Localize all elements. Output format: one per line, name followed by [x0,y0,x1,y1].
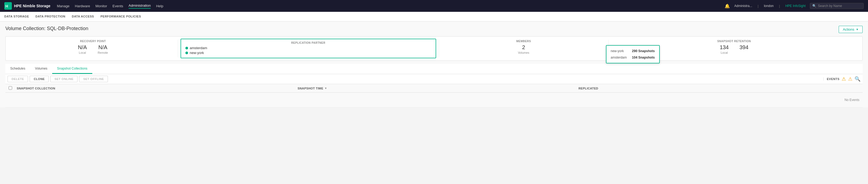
snapshot-local-value: 134 [720,44,728,50]
table-col-checkbox [9,86,17,90]
logo-text: HPE Nimble Storage [14,4,50,8]
separator-1: | [758,4,758,8]
subnav-data-access[interactable]: DATA ACCESS [72,12,94,21]
nav-help[interactable]: Help [156,4,163,8]
subnav-performance-policies[interactable]: PERFORMANCE POLICIES [100,12,141,21]
snapshot-local-label: Local [720,51,728,54]
page-title: Volume Collection: SQL-DB-Protection [5,26,88,31]
table-col-name: SNAPSHOT COLLECTION [17,87,298,90]
admin-user-text: Administra... [734,4,752,8]
hpe-logo-icon: H [4,2,12,10]
sub-navigation: DATA STORAGE DATA PROTECTION DATA ACCESS… [0,12,868,22]
search-box[interactable]: 🔍 [810,3,864,9]
table-col-replicated: REPLICATED [579,87,859,90]
toolbar-area: DELETE CLONE SET ONLINE SET OFFLINE EVEN… [5,74,863,84]
snapshot-popup-newyork: new-york 290 Snapshots [607,48,659,54]
stat-replication-partner: REPLICATION PARTNER amsterdam new-york [181,39,436,58]
amsterdam-text: amsterdam [190,46,207,50]
tab-schedules[interactable]: Schedules [5,64,30,74]
members-value: 2 [442,44,606,50]
subnav-data-storage[interactable]: DATA STORAGE [4,12,29,21]
tab-snapshot-collections[interactable]: Snapshot Collections [52,64,92,74]
snapshot-total-value: 394 [739,44,748,50]
location-text: london [764,4,774,8]
popup-newyork-label: new-york [611,49,624,53]
snapshot-popup-amsterdam: amsterdam 104 Snapshots [607,54,659,61]
search-input[interactable] [818,4,861,8]
events-area: EVENTS ⚠ ⚠ 🔍 [823,76,863,82]
replication-partner-label: REPLICATION PARTNER [185,41,431,44]
replication-newyork: new-york [185,51,431,55]
table-header: SNAPSHOT COLLECTION SNAPSHOT TIME ▼ REPL… [5,84,863,93]
divider-2 [439,40,439,57]
nav-administration[interactable]: Administration [129,3,151,9]
tab-volumes[interactable]: Volumes [30,64,52,74]
main-content: Volume Collection: SQL-DB-Protection Act… [0,22,868,107]
recovery-point-local-value: N/A [78,44,87,50]
members-sublabel: Volumes [442,51,606,54]
infosight-link[interactable]: HPE InfoSight [785,4,806,8]
set-offline-button[interactable]: SET OFFLINE [79,76,108,82]
recovery-point-remote-label: Remote [98,51,108,54]
stat-snapshot-retention: SNAPSHOT RETENTION 134 Local 394 new-yor… [611,40,857,54]
popup-amsterdam-count: 104 Snapshots [632,56,655,59]
toolbar-buttons: DELETE CLONE SET ONLINE SET OFFLINE [5,74,110,84]
page-header: Volume Collection: SQL-DB-Protection Act… [5,26,863,33]
members-label: MEMBERS [442,40,606,43]
nav-events[interactable]: Events [113,4,123,8]
top-navigation: H HPE Nimble Storage Manage Hardware Mon… [0,0,868,12]
newyork-text: new-york [190,51,204,55]
set-online-button[interactable]: SET ONLINE [50,76,78,82]
nav-links: Manage Hardware Monitor Events Administr… [57,3,724,9]
sort-arrow-icon: ▼ [324,87,327,90]
separator-2: | [779,4,780,8]
table-col-time[interactable]: SNAPSHOT TIME ▼ [298,87,579,90]
warning-icon[interactable]: ⚠ [842,76,846,82]
nav-manage[interactable]: Manage [57,4,69,8]
events-label: EVENTS [823,77,839,81]
snapshot-retention-popup: new-york 290 Snapshots amsterdam 104 Sna… [606,45,660,63]
actions-chevron-icon: ▼ [856,28,859,31]
nav-hardware[interactable]: Hardware [75,4,90,8]
stats-row: RECOVERY POINT N/A Local N/A Remote REPL… [5,36,863,61]
search-icon: 🔍 [812,4,816,8]
no-events-text: No Events [845,98,859,102]
green-dot-amsterdam [185,47,188,49]
actions-label: Actions [843,27,854,31]
snapshot-retention-label: SNAPSHOT RETENTION [611,40,857,43]
no-events-row: No Events [5,93,863,107]
popup-newyork-count: 290 Snapshots [632,49,655,53]
alert-icon[interactable]: ⚠ [848,76,852,82]
events-search-icon[interactable]: 🔍 [855,76,861,82]
green-dot-newyork [185,51,188,54]
nav-monitor[interactable]: Monitor [95,4,107,8]
stat-recovery-point: RECOVERY POINT N/A Local N/A Remote [11,40,175,54]
logo-area[interactable]: H HPE Nimble Storage [4,2,50,10]
actions-button[interactable]: Actions ▼ [839,26,863,33]
recovery-point-label: RECOVERY POINT [11,40,175,43]
recovery-point-remote-value: N/A [98,44,108,50]
recovery-point-local-label: Local [78,51,87,54]
subnav-data-protection[interactable]: DATA PROTECTION [35,12,65,21]
select-all-checkbox[interactable] [9,86,12,90]
divider-1 [178,40,178,57]
notification-bell-icon[interactable]: 🔔 [724,3,730,9]
tabs-bar: Schedules Volumes Snapshot Collections [5,64,863,74]
stat-members: MEMBERS 2 Volumes [442,40,606,54]
nav-right-area: 🔔 Administra... | london | HPE InfoSight… [724,3,864,9]
clone-button[interactable]: CLONE [30,76,49,82]
svg-text:H: H [5,4,8,8]
popup-amsterdam-label: amsterdam [611,56,627,59]
replication-amsterdam: amsterdam [185,46,431,50]
delete-button[interactable]: DELETE [7,76,28,82]
